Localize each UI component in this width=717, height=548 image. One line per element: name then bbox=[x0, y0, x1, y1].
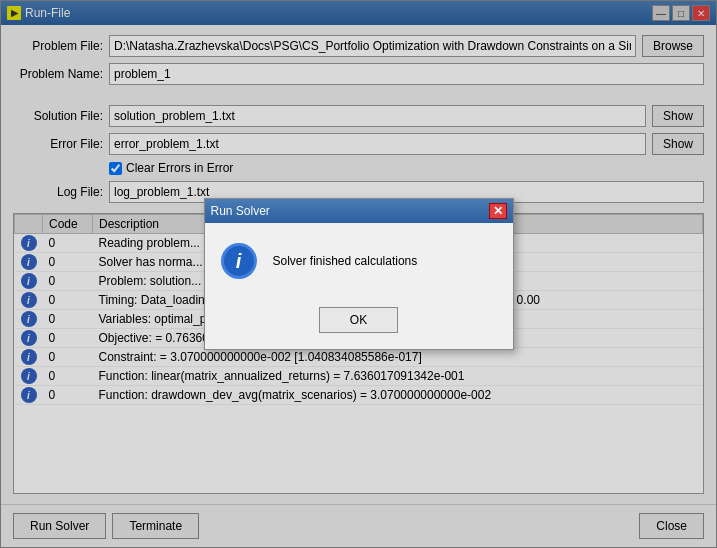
dialog-title-bar: Run Solver ✕ bbox=[205, 199, 513, 223]
dialog-ok-button[interactable]: OK bbox=[319, 307, 398, 333]
dialog-info-icon: i bbox=[221, 243, 257, 279]
dialog-close-button[interactable]: ✕ bbox=[489, 203, 507, 219]
dialog-message: Solver finished calculations bbox=[273, 254, 418, 268]
dialog-body: i Solver finished calculations bbox=[205, 223, 513, 299]
dialog-overlay: Run Solver ✕ i Solver finished calculati… bbox=[0, 0, 717, 548]
dialog-title-text: Run Solver bbox=[211, 204, 270, 218]
run-solver-dialog: Run Solver ✕ i Solver finished calculati… bbox=[204, 198, 514, 350]
dialog-footer: OK bbox=[205, 299, 513, 349]
